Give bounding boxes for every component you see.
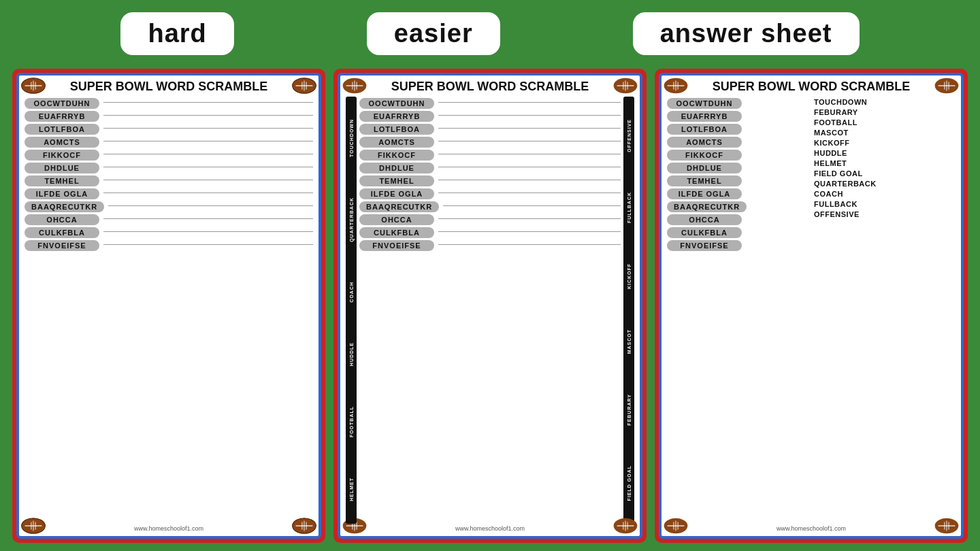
answer-line bbox=[438, 115, 621, 116]
hint-word: TOUCHDOWN bbox=[349, 119, 354, 157]
scramble-pill: ILFDE OGLA bbox=[359, 188, 434, 199]
scramble-row: FIKKOCF bbox=[24, 150, 313, 161]
scramble-pill: AOMCTS bbox=[24, 137, 99, 148]
answer-text: MASCOT bbox=[814, 129, 849, 137]
scramble-row: DHDLUE bbox=[24, 163, 313, 173]
answer-row: FOOTBALL bbox=[814, 118, 956, 127]
scramble-row: OHCCA bbox=[667, 214, 808, 225]
scramble-row: BAAQRECUTKR bbox=[359, 201, 621, 212]
answer-text: FEBURARY bbox=[814, 108, 858, 116]
scramble-pill: OHCCA bbox=[359, 214, 434, 225]
hint-word: HELMET bbox=[349, 478, 354, 501]
scramble-pill: LOTLFBOA bbox=[359, 124, 434, 135]
answer-text: HUDDLE bbox=[814, 149, 847, 157]
scramble-row: FNVOEIFSE bbox=[667, 240, 808, 251]
scramble-pill: OOCWTDUHN bbox=[359, 98, 434, 109]
scramble-row: ILFDE OGLA bbox=[359, 188, 621, 199]
scramble-row: FIKKOCF bbox=[359, 150, 621, 161]
answer-row: KICKOFF bbox=[814, 139, 956, 147]
hint-bar-left: TOUCHDOWNQUARTERBACKCOACHHUDDLEFOOTBALLH… bbox=[346, 97, 357, 524]
scramble-row: CULKFBLA bbox=[359, 227, 621, 238]
answer-scramble-list: OOCWTDUHNEUAFRRYBLOTLFBOAAOMCTSFIKKOCFDH… bbox=[667, 98, 808, 524]
answer-card: SUPER BOWL WORD SCRAMBLE OOCWTDUHNEUAFRR… bbox=[655, 69, 968, 543]
answer-line bbox=[438, 154, 621, 154]
answer-line bbox=[438, 167, 621, 167]
answer-line bbox=[103, 218, 313, 219]
cards-row: SUPER BOWL WORD SCRAMBLE OOCWTDUHNEUAFRR… bbox=[0, 62, 980, 551]
answer-website: www.homeschoolof1.com bbox=[667, 525, 956, 533]
answer-text: COACH bbox=[814, 190, 843, 198]
answer-line bbox=[438, 180, 621, 180]
scramble-row: OHCCA bbox=[24, 214, 313, 225]
scramble-row: LOTLFBOA bbox=[359, 124, 621, 135]
football-icon-bl bbox=[20, 517, 46, 535]
scramble-pill: EUAFRRYB bbox=[359, 111, 434, 122]
answer-row: COACH bbox=[814, 190, 956, 198]
hint-word-right: OFFENSIVE bbox=[627, 119, 632, 152]
answer-text: QUARTERBACK bbox=[814, 180, 877, 188]
hard-website: www.homeschoolof1.com bbox=[24, 525, 313, 533]
answer-row: FEBURARY bbox=[814, 108, 956, 116]
header-row: hard easier answer sheet bbox=[0, 0, 980, 62]
hint-word: QUARTERBACK bbox=[349, 197, 354, 242]
scramble-row: OHCCA bbox=[359, 214, 621, 225]
answer-card-title: SUPER BOWL WORD SCRAMBLE bbox=[667, 80, 956, 94]
hint-word: FOOTBALL bbox=[349, 406, 354, 437]
scramble-row: LOTLFBOA bbox=[667, 124, 808, 135]
hard-badge: hard bbox=[120, 12, 233, 55]
scramble-pill: AOMCTS bbox=[359, 137, 434, 148]
answer-text: FULLBACK bbox=[814, 200, 858, 208]
scramble-pill: FIKKOCF bbox=[359, 150, 434, 161]
scramble-row: ILFDE OGLA bbox=[667, 188, 808, 199]
scramble-row: EUAFRRYB bbox=[667, 111, 808, 122]
scramble-pill: TEMHEL bbox=[667, 176, 742, 186]
scramble-pill: LOTLFBOA bbox=[24, 124, 99, 135]
hint-word-right: MASCOT bbox=[627, 329, 632, 354]
answer-line bbox=[103, 244, 313, 245]
answer-row: HUDDLE bbox=[814, 149, 956, 157]
answer-line bbox=[103, 180, 313, 180]
answer-line bbox=[103, 115, 313, 116]
football-icon-tl bbox=[20, 77, 46, 95]
scramble-row: EUAFRRYB bbox=[359, 111, 621, 122]
answer-football-tr bbox=[934, 77, 960, 95]
easier-football-tl bbox=[342, 77, 368, 95]
hint-word-right: FIELD GOAL bbox=[627, 465, 632, 501]
answer-line bbox=[103, 102, 313, 103]
answer-text: FIELD GOAL bbox=[814, 169, 863, 178]
answer-text: KICKOFF bbox=[814, 139, 849, 147]
scramble-pill: FNVOEIFSE bbox=[24, 240, 99, 251]
answer-line bbox=[438, 193, 621, 193]
answer-text: HELMET bbox=[814, 159, 847, 167]
scramble-pill: OHCCA bbox=[667, 214, 742, 225]
hard-scramble-list: OOCWTDUHNEUAFRRYBLOTLFBOAAOMCTSFIKKOCFDH… bbox=[24, 98, 313, 524]
scramble-pill: OOCWTDUHN bbox=[667, 98, 742, 109]
answer-line bbox=[438, 218, 621, 219]
scramble-row: CULKFBLA bbox=[24, 227, 313, 238]
answer-row: MASCOT bbox=[814, 129, 956, 137]
answer-line bbox=[103, 193, 313, 193]
scramble-pill: CULKFBLA bbox=[667, 227, 742, 238]
scramble-pill: DHDLUE bbox=[667, 163, 742, 173]
answer-football-bl bbox=[663, 517, 689, 535]
scramble-pill: FIKKOCF bbox=[667, 150, 742, 161]
answer-line bbox=[103, 167, 313, 167]
answer-football-br bbox=[934, 517, 960, 535]
scramble-pill: LOTLFBOA bbox=[667, 124, 742, 135]
scramble-pill: TEMHEL bbox=[359, 176, 434, 186]
answer-col: TOUCHDOWNFEBURARYFOOTBALLMASCOTKICKOFFHU… bbox=[814, 98, 956, 524]
scramble-row: ILFDE OGLA bbox=[24, 188, 313, 199]
easier-badge: easier bbox=[367, 12, 500, 55]
scramble-row: CULKFBLA bbox=[667, 227, 808, 238]
hint-bar-right: OFFENSIVEFULLBACKKICKOFFMASCOTFEBURARYFI… bbox=[623, 97, 634, 524]
scramble-row: OOCWTDUHN bbox=[667, 98, 808, 109]
answer-line bbox=[103, 128, 313, 129]
hint-word: HUDDLE bbox=[349, 342, 354, 366]
scramble-pill: BAAQRECUTKR bbox=[667, 201, 747, 212]
scramble-row: BAAQRECUTKR bbox=[667, 201, 808, 212]
answer-text: FOOTBALL bbox=[814, 118, 858, 127]
easier-card-title: SUPER BOWL WORD SCRAMBLE bbox=[346, 80, 634, 94]
scramble-row: BAAQRECUTKR bbox=[24, 201, 313, 212]
hint-word-right: FEBURARY bbox=[627, 394, 632, 426]
answer-badge: answer sheet bbox=[633, 12, 860, 55]
